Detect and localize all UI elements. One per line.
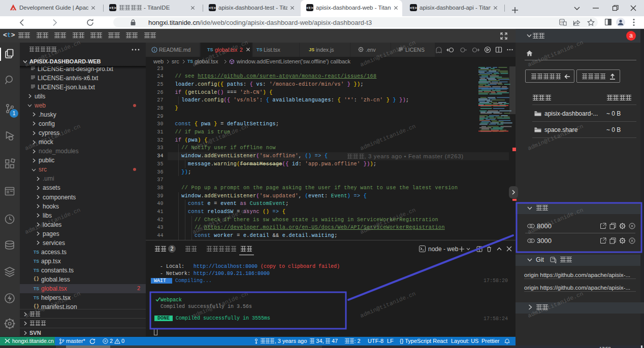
svg-text:<t>: <t> — [209, 6, 216, 10]
svg-text:<t>: <t> — [109, 6, 116, 10]
svg-text:<t>: <t> — [306, 6, 313, 10]
svg-text:G: G — [561, 20, 563, 24]
svg-text:1: 1 — [13, 111, 16, 116]
svg-text:<t>: <t> — [410, 6, 417, 10]
